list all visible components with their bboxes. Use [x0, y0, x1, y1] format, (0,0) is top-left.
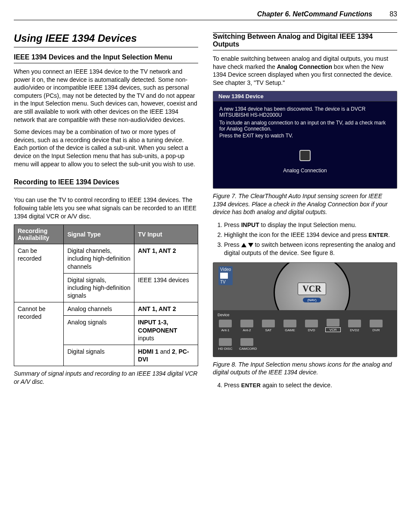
- section-title: Using IEEE 1394 Devices: [14, 32, 198, 47]
- fig8-vcr-label: VCR: [298, 283, 326, 295]
- paragraph: You can use the TV to control recording …: [14, 196, 198, 220]
- figure-8-caption: Figure 8. The Input Selection menu shows…: [213, 361, 397, 376]
- chapter-title: Chapter 6. NetCommand Functions: [257, 10, 373, 18]
- subheading-recording: Recording to IEEE 1394 Devices: [14, 178, 119, 188]
- subheading-switching: Switching Between Analog and Digital IEE…: [213, 33, 397, 50]
- steps-list-continued: Press ENTER again to select the device.: [213, 381, 397, 389]
- table-cell: Cannot be recorded: [14, 302, 64, 366]
- table-header: Recording Availability: [14, 225, 64, 244]
- fig8-device-label: Device: [218, 313, 392, 317]
- list-item: Highlight the icon for the IEEE 1394 dev…: [224, 231, 397, 239]
- paragraph: When you connect an IEEE 1394 device to …: [14, 68, 198, 124]
- table-cell: ANT 1, ANT 2: [134, 302, 198, 316]
- fig8-navy-label: (NAV): [303, 298, 321, 302]
- table-cell: Digital signals, including high-definiti…: [64, 273, 134, 302]
- table-cell: Digital channels, including high-definit…: [64, 244, 134, 274]
- device-icon[interactable]: DVD: [304, 320, 319, 332]
- device-icon[interactable]: CAMCORD: [239, 338, 255, 351]
- page-header: Chapter 6. NetCommand Functions 83: [14, 10, 397, 20]
- right-column: Switching Between Analog and Digital IEE…: [213, 32, 397, 393]
- up-arrow-icon: [241, 243, 246, 247]
- device-icon[interactable]: GAME: [282, 320, 298, 332]
- table-cell: Can be recorded: [14, 244, 64, 302]
- fig7-titlebar: New 1394 Device: [213, 91, 397, 102]
- table-header: TV Input: [134, 225, 198, 244]
- figure-7-screenshot: New 1394 Device A new 1394 device has be…: [213, 91, 397, 189]
- signal-table: Recording Availability Signal Type TV In…: [14, 224, 198, 366]
- table-caption: Summary of signal inputs and recording t…: [14, 370, 198, 385]
- paragraph: Some devices may be a combination of two…: [14, 128, 198, 168]
- device-icon[interactable]: DVR: [368, 320, 384, 332]
- table-cell: HDMI 1 and 2, PC-DVI: [134, 345, 198, 366]
- fig7-text: Press the EXIT key to watch TV.: [219, 133, 391, 139]
- table-cell: IEEE 1394 devices: [134, 273, 198, 302]
- device-icon[interactable]: Ant-2: [239, 320, 255, 332]
- device-icon[interactable]: DVD2: [347, 320, 362, 332]
- fig7-text: A new 1394 device has been discovered. T…: [219, 106, 391, 118]
- analog-connection-label: Analog Connection: [219, 168, 391, 174]
- table-header: Signal Type: [64, 225, 134, 244]
- table-cell: Analog signals: [64, 316, 134, 345]
- figure-7-caption: Figure 7. The ClearThought Auto Input se…: [213, 192, 397, 216]
- fig8-video-label: Video TV: [218, 266, 233, 285]
- table-cell: Analog channels: [64, 302, 134, 316]
- subheading-input-selection: IEEE 1394 Devices and the Input Selectio…: [14, 53, 198, 63]
- steps-list: Press INPUT to display the Input Selecti…: [213, 221, 397, 257]
- page-number: 83: [389, 10, 397, 18]
- device-icon[interactable]: SAT: [261, 320, 276, 332]
- list-item: Press to switch between icons representi…: [224, 241, 397, 257]
- device-icon[interactable]: HD DISC: [218, 338, 233, 351]
- figure-8-screenshot: Video TV VCR (NAV) Device Ant-1Ant-2SATG…: [213, 262, 397, 357]
- device-icon[interactable]: VCR: [325, 319, 341, 332]
- list-item: Press INPUT to display the Input Selecti…: [224, 221, 397, 229]
- fig7-text: To include an analog connection to an in…: [219, 120, 391, 132]
- table-cell: ANT 1, ANT 2: [134, 244, 198, 274]
- list-item: Press ENTER again to select the device.: [224, 381, 397, 389]
- table-cell: Digital signals: [64, 345, 134, 366]
- table-cell: INPUT 1-3, COMPONENT inputs: [134, 316, 198, 345]
- down-arrow-icon: [248, 243, 253, 247]
- device-icon[interactable]: Ant-1: [218, 320, 233, 332]
- analog-connection-checkbox[interactable]: [299, 150, 311, 161]
- left-column: Using IEEE 1394 Devices IEEE 1394 Device…: [14, 32, 198, 393]
- paragraph: To enable switching between analog and d…: [213, 55, 397, 87]
